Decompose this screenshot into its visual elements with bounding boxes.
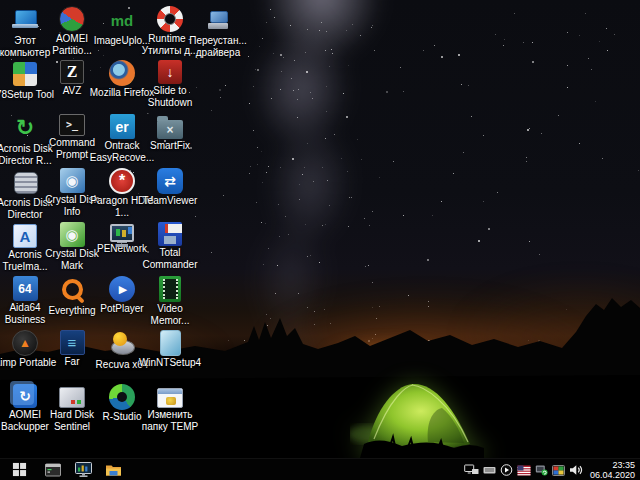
- recycle-arrows-icon: ↻: [11, 114, 39, 142]
- desktop-icon-winntsetup4[interactable]: WinNTSetup4: [146, 330, 194, 369]
- language-us-flag-icon[interactable]: [517, 465, 531, 476]
- desktop-icon-video-memory[interactable]: Video Memor...: [146, 276, 194, 326]
- avz-z-icon: Z: [60, 60, 84, 84]
- clock-date: 06.04.2020: [590, 470, 635, 480]
- partition-pie-icon: [59, 6, 85, 32]
- folder-icon: [105, 463, 122, 477]
- backup-sync-icon: ↻: [13, 384, 37, 408]
- system-tray: 23:35 06.04.2020: [464, 459, 638, 480]
- disk-info-icon: ◉: [60, 168, 85, 193]
- glass-page-icon: [160, 330, 181, 356]
- taskbar-clock[interactable]: 23:35 06.04.2020: [590, 460, 635, 480]
- taskbar: 23:35 06.04.2020: [0, 458, 640, 480]
- display-settings-icon[interactable]: [552, 465, 565, 476]
- aimp-icon: ▲: [12, 330, 38, 356]
- film-strip-icon: [159, 276, 181, 302]
- aida64-icon: 64: [13, 276, 38, 301]
- firefox-icon: [109, 60, 135, 86]
- network-icon[interactable]: [464, 464, 479, 476]
- desktop-icon-smartfix[interactable]: ×SmartFix: [146, 114, 194, 152]
- desktop-icon-slide-to-shutdown[interactable]: ↓Slide to Shutdown: [146, 60, 194, 108]
- command-window-icon: [45, 463, 61, 477]
- recuva-disk-icon: [108, 330, 136, 358]
- desktop-icon-hard-disk-sentinel[interactable]: Hard Disk Sentinel: [48, 384, 96, 432]
- desktop-icon-ontrack[interactable]: erOntrack EasyRecove...: [98, 114, 146, 163]
- paragon-hand-icon: *: [109, 168, 135, 194]
- media-player-icon[interactable]: [500, 464, 513, 476]
- desktop-icon-paragon[interactable]: *Paragon HDM 1...: [98, 168, 146, 218]
- windows-logo-icon: [12, 462, 27, 477]
- teamviewer-arrows-icon: ⇄: [157, 168, 183, 194]
- hard-disk-icon: [59, 387, 85, 408]
- volume-icon[interactable]: [569, 464, 583, 476]
- terminal-icon: >_: [59, 114, 85, 136]
- desktop-icon-reinstall-drivers[interactable]: Переустан... драйвера: [194, 6, 242, 58]
- desktop-icon-aomei-partition[interactable]: AOMEI Partitio...: [48, 6, 96, 56]
- clock-time: 23:35: [590, 460, 635, 470]
- taskbar-item-file-explorer[interactable]: [98, 459, 128, 480]
- window-icon: [157, 388, 183, 408]
- desktop-icons: Этот компьютер 78Setup Tool ↻Acronis Dis…: [0, 0, 640, 480]
- desktop-icon-teamviewer[interactable]: ⇄TeamViewer: [146, 168, 194, 207]
- floppy-disk-icon: [158, 222, 182, 246]
- driver-updater-icon[interactable]: [535, 464, 548, 476]
- desktop-icon-total-commander[interactable]: Total Commander: [146, 222, 194, 270]
- desktop-icon-aida64[interactable]: 64Aida64 Business: [1, 276, 49, 325]
- md-logo-icon: md: [108, 6, 136, 34]
- disk-mark-icon: ◉: [60, 222, 85, 247]
- play-circle-icon: ▶: [109, 276, 135, 302]
- tools-folder-icon: ×: [157, 120, 183, 139]
- desktop: Этот компьютер 78Setup Tool ↻Acronis Dis…: [0, 0, 640, 480]
- far-manager-icon: ≡: [60, 330, 85, 355]
- start-button[interactable]: [4, 459, 34, 480]
- lifebuoy-icon: [157, 6, 183, 32]
- shutdown-slide-icon: ↓: [158, 60, 182, 84]
- desktop-icon-change-temp-folder[interactable]: Изменить папку TEMP: [146, 384, 194, 432]
- keyboard-icon[interactable]: [483, 464, 496, 476]
- r-studio-swirl-icon: [109, 384, 135, 410]
- easyrecovery-icon: er: [110, 114, 135, 139]
- taskbar-item-penetwork[interactable]: [68, 459, 98, 480]
- disk-stack-icon: [11, 168, 39, 196]
- monitor-chart-icon: [75, 462, 92, 478]
- computer-icon: [11, 6, 39, 34]
- setup-tool-icon: [11, 60, 39, 88]
- search-magnifier-icon: [58, 276, 86, 304]
- network-monitor-icon: [110, 224, 134, 242]
- driver-device-icon: [204, 6, 232, 34]
- taskbar-item-command-prompt[interactable]: [38, 459, 68, 480]
- acronis-a-icon: A: [13, 224, 37, 248]
